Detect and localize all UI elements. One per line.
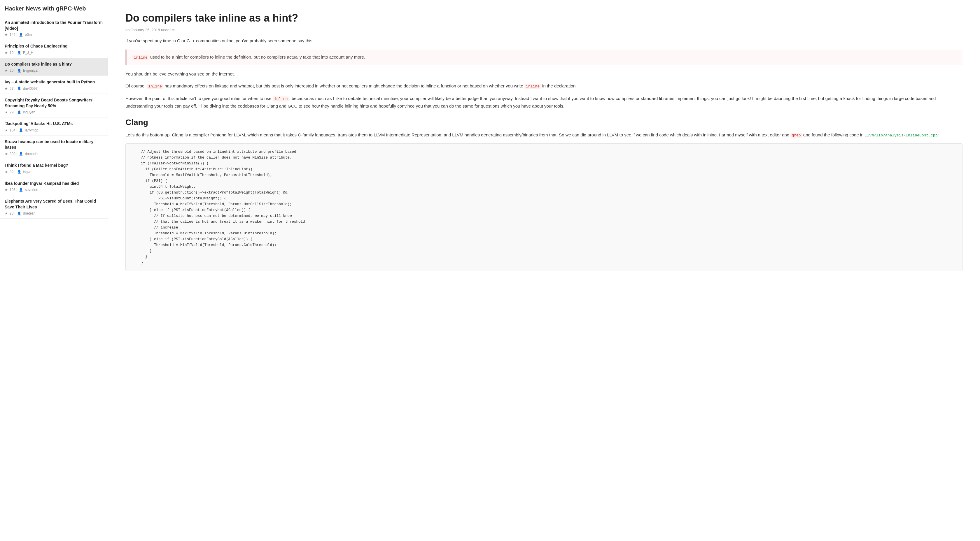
story-user: F_J_H <box>23 51 33 55</box>
story-user: dm40597 <box>23 87 38 90</box>
story-item[interactable]: Copyright Royalty Board Boosts Songwrite… <box>0 94 108 117</box>
para-3-before: However, the point of this article isn't… <box>126 96 273 101</box>
star-icon: ★ <box>5 110 8 114</box>
story-score: 20 | <box>10 68 16 73</box>
story-title: Strava heatmap can be used to locate mil… <box>5 139 103 151</box>
star-icon: ★ <box>5 188 8 192</box>
story-user: severine <box>25 188 38 192</box>
story-user: lnguyen <box>23 110 35 114</box>
star-icon: ★ <box>5 87 8 90</box>
para-3: However, the point of this article isn't… <box>126 95 963 110</box>
story-meta: ★ 20 | 👤 EvgeniyZh <box>5 68 103 73</box>
main-content: Do compilers take inline as a hint? on J… <box>108 0 980 541</box>
story-meta: ★ 309 | 👤 domoritz <box>5 152 103 156</box>
clang-p1-end: : <box>937 132 939 137</box>
story-user: EvgeniyZh <box>23 68 40 73</box>
story-user: ingve <box>23 170 32 174</box>
article-meta: on January 26, 2018 under c++ <box>126 28 963 32</box>
star-icon: ★ <box>5 68 8 73</box>
story-item[interactable]: Do compilers take inline as a hint? ★ 20… <box>0 58 108 76</box>
user-icon: 👤 <box>19 128 23 132</box>
story-score: 142 | <box>10 33 17 37</box>
story-meta: ★ 164 | 👤 larrymcp <box>5 128 103 132</box>
story-item[interactable]: 'Jackpotting' Attacks Hit U.S. ATMs ★ 16… <box>0 117 108 136</box>
stories-list: An animated introduction to the Fourier … <box>0 16 108 219</box>
user-icon: 👤 <box>17 69 21 73</box>
star-icon: ★ <box>5 211 8 216</box>
star-icon: ★ <box>5 51 8 55</box>
story-score: 29 | <box>10 110 16 114</box>
story-item[interactable]: An animated introduction to the Fourier … <box>0 16 108 40</box>
user-icon: 👤 <box>17 170 21 174</box>
clang-p1-mid: and found the following code in <box>802 132 865 137</box>
story-user: dnetesn <box>23 211 36 216</box>
story-item[interactable]: Principles of Chaos Engineering ★ 19 | 👤… <box>0 40 108 58</box>
star-icon: ★ <box>5 170 8 174</box>
section-clang-title: Clang <box>126 118 963 127</box>
para-2-before: Of course, <box>126 83 147 88</box>
article-body: You shouldn't believe everything you see… <box>126 70 963 271</box>
story-item[interactable]: Strava heatmap can be used to locate mil… <box>0 136 108 159</box>
para-2-code1: inline <box>147 84 163 89</box>
story-score: 164 | <box>10 128 17 132</box>
user-icon: 👤 <box>19 152 23 155</box>
sidebar: Hacker News with gRPC-Web An animated in… <box>0 0 108 541</box>
para-2-code2: inline <box>524 84 541 89</box>
clang-p1-link[interactable]: llvm/lib/Analysis/InlineCost.cpp <box>865 133 938 138</box>
quote-text: used to be a hint for compilers to inlin… <box>150 54 365 59</box>
article-title: Do compilers take inline as a hint? <box>126 12 963 24</box>
story-score: 19 | <box>10 51 16 55</box>
para-2-mid: has mandatory effects on linkage and wha… <box>163 83 524 88</box>
story-score: 198 | <box>10 188 17 192</box>
para-3-code: inline <box>273 97 290 102</box>
story-meta: ★ 82 | 👤 ingve <box>5 170 103 174</box>
story-item[interactable]: Elephants Are Very Scared of Bees. That … <box>0 195 108 219</box>
story-user: larrymcp <box>25 128 38 132</box>
user-icon: 👤 <box>17 111 21 114</box>
story-item[interactable]: Ivy – A static website generator built i… <box>0 76 108 94</box>
story-meta: ★ 29 | 👤 lnguyen <box>5 110 103 114</box>
story-score: 23 | <box>10 211 16 216</box>
story-item[interactable]: Ikea founder Ingvar Kamprad has died ★ 1… <box>0 177 108 195</box>
story-user: domoritz <box>25 152 38 156</box>
story-meta: ★ 19 | 👤 F_J_H <box>5 51 103 55</box>
star-icon: ★ <box>5 33 8 37</box>
story-title: Copyright Royalty Board Boosts Songwrite… <box>5 97 103 109</box>
clang-p1-code: grep <box>791 133 802 138</box>
user-icon: 👤 <box>17 51 21 54</box>
story-title: An animated introduction to the Fourier … <box>5 20 103 31</box>
user-icon: 👤 <box>17 87 21 90</box>
story-score: 309 | <box>10 152 17 156</box>
code-block: // Adjust the threshold based on inlineh… <box>126 143 963 271</box>
story-score: 82 | <box>10 170 16 174</box>
story-title: Elephants Are Very Scared of Bees. That … <box>5 198 103 210</box>
star-icon: ★ <box>5 152 8 156</box>
story-meta: ★ 57 | 👤 dm40597 <box>5 87 103 90</box>
quote-block: inline used to be a hint for compilers t… <box>126 49 963 65</box>
sidebar-title: Hacker News with gRPC-Web <box>0 0 108 16</box>
story-meta: ★ 23 | 👤 dnetesn <box>5 211 103 216</box>
clang-para-1: Let's do this bottom-up. Clang is a comp… <box>126 131 963 139</box>
story-title: Ivy – A static website generator built i… <box>5 79 103 85</box>
user-icon: 👤 <box>17 212 21 216</box>
story-title: 'Jackpotting' Attacks Hit U.S. ATMs <box>5 121 103 127</box>
story-title: Do compilers take inline as a hint? <box>5 62 103 67</box>
story-title: Ikea founder Ingvar Kamprad has died <box>5 181 103 187</box>
para-2: Of course, inline has mandatory effects … <box>126 82 963 90</box>
article-intro: If you've spent any time in C or C++ com… <box>126 37 963 44</box>
clang-p1-before: Let's do this bottom-up. Clang is a comp… <box>126 132 791 137</box>
story-title: Principles of Chaos Engineering <box>5 43 103 49</box>
story-score: 57 | <box>10 87 16 90</box>
story-item[interactable]: I think I found a Mac kernel bug? ★ 82 |… <box>0 159 108 177</box>
para-2-end: in the declaration. <box>541 83 577 88</box>
story-title: I think I found a Mac kernel bug? <box>5 163 103 168</box>
para-1: You shouldn't believe everything you see… <box>126 70 963 78</box>
story-user: e0m <box>25 33 32 37</box>
story-meta: ★ 142 | 👤 e0m <box>5 33 103 37</box>
quote-inline-code: inline <box>132 55 149 60</box>
user-icon: 👤 <box>19 188 23 192</box>
user-icon: 👤 <box>19 33 23 37</box>
story-meta: ★ 198 | 👤 severine <box>5 188 103 192</box>
star-icon: ★ <box>5 128 8 132</box>
